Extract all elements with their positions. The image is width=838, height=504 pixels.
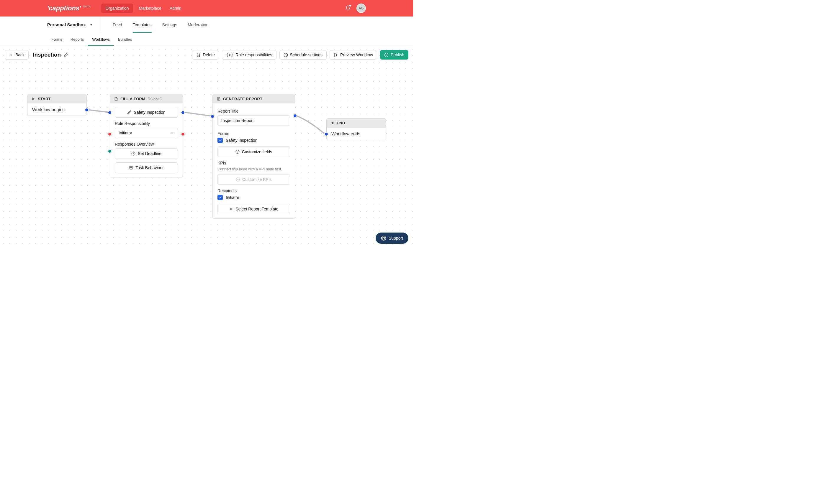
recipients-label: Recipients	[218, 188, 290, 193]
subtab-reports[interactable]: Reports	[66, 33, 88, 46]
role-responsibility-label: Role Responsibility	[115, 121, 178, 126]
edit-icon[interactable]	[64, 52, 68, 57]
gear-icon	[129, 166, 133, 170]
tab-moderation[interactable]: Moderation	[182, 17, 213, 33]
support-button[interactable]: Support	[376, 233, 408, 244]
delete-button[interactable]: Delete	[192, 50, 219, 59]
select-form-button[interactable]: Safety Inspection	[115, 107, 178, 118]
chevron-down-icon	[89, 23, 93, 27]
workflow-canvas[interactable]: Back Inspection Delete {x} Role responsi…	[0, 46, 413, 249]
recipient-item-label: Initiator	[226, 195, 239, 200]
port-end-in[interactable]	[324, 132, 328, 136]
back-label: Back	[15, 52, 24, 57]
report-title-input[interactable]	[218, 115, 290, 126]
role-responsibility-select[interactable]: Initiator	[115, 128, 178, 138]
port-form-in[interactable]	[108, 110, 112, 115]
svg-line-15	[384, 237, 385, 237]
svg-point-9	[236, 178, 240, 181]
nav-organization[interactable]: Organization	[101, 3, 133, 13]
svg-line-16	[382, 239, 383, 240]
beta-badge: BETA	[83, 5, 90, 8]
braces-icon: {x}	[226, 52, 234, 57]
node-end[interactable]: END Workflow ends	[326, 118, 386, 140]
select-report-template-button[interactable]: Select Report Template	[218, 204, 290, 214]
trash-icon	[196, 53, 201, 57]
workspace-selector[interactable]: Personal Sandbox	[47, 17, 100, 33]
clock-icon	[131, 151, 135, 156]
app-header: 'capptions' BETA Organization Marketplac…	[0, 0, 413, 17]
publish-label: Publish	[391, 52, 404, 57]
task-behaviour-button[interactable]: Task Behaviour	[115, 162, 178, 173]
svg-point-12	[383, 237, 384, 239]
port-form-overview[interactable]	[108, 149, 112, 153]
tab-templates[interactable]: Templates	[127, 17, 157, 33]
node-end-body: Workflow ends	[331, 131, 381, 136]
port-form-role-right[interactable]	[181, 132, 185, 136]
nav-admin[interactable]: Admin	[166, 3, 186, 13]
customize-fields-button[interactable]: Customize fields	[218, 146, 290, 157]
preview-workflow-button[interactable]: Preview Workflow	[330, 50, 377, 59]
clock-icon	[284, 53, 288, 57]
file-icon	[114, 97, 118, 101]
tab-settings[interactable]: Settings	[157, 17, 183, 33]
tab-feed[interactable]: Feed	[107, 17, 127, 33]
schedule-label: Schedule settings	[290, 52, 323, 57]
port-report-out[interactable]	[293, 114, 297, 118]
support-label: Support	[389, 236, 403, 240]
svg-marker-3	[32, 97, 35, 101]
node-start-body: Workflow begins	[32, 107, 82, 112]
delete-label: Delete	[203, 52, 215, 57]
select-form-label: Safety Inspection	[134, 110, 165, 115]
check-circle-icon	[384, 53, 389, 57]
nav-marketplace[interactable]: Marketplace	[135, 3, 166, 13]
forms-label: Forms	[218, 131, 290, 136]
role-responsibilities-button[interactable]: {x} Role responsibilities	[222, 50, 276, 59]
role-resp-label: Role responsibilities	[236, 52, 272, 57]
workspace-name: Personal Sandbox	[47, 22, 86, 27]
check-circle-icon	[236, 177, 240, 182]
set-deadline-button[interactable]: Set Deadline	[115, 148, 178, 159]
svg-rect-10	[332, 122, 334, 124]
workflow-toolbar: Back Inspection Delete {x} Role responsi…	[0, 46, 413, 64]
port-form-role-left[interactable]	[108, 132, 112, 136]
edge-layer	[0, 46, 413, 249]
form-item-label: Safety Inspection	[226, 138, 257, 143]
port-form-out[interactable]	[181, 110, 185, 115]
schedule-settings-button[interactable]: Schedule settings	[279, 50, 327, 59]
play-solid-icon	[32, 97, 35, 101]
stop-icon	[331, 122, 334, 125]
kpis-label: KPIs	[218, 161, 290, 165]
file-report-icon	[217, 97, 221, 101]
recipient-item-row[interactable]: Initiator	[218, 195, 290, 200]
kpis-hint: Connect this node with a KPI node first.	[218, 167, 290, 171]
svg-point-8	[236, 150, 239, 154]
svg-line-14	[384, 239, 385, 240]
user-avatar[interactable]: AG	[356, 3, 366, 13]
svg-point-2	[384, 53, 388, 57]
app-logo: 'capptions'	[47, 4, 81, 12]
port-start-out[interactable]	[85, 108, 89, 112]
form-item-row[interactable]: Safety Inspection	[218, 138, 290, 143]
node-start[interactable]: START Workflow begins	[27, 94, 87, 116]
bell-icon[interactable]	[345, 5, 350, 12]
subtab-workflows[interactable]: Workflows	[88, 33, 114, 46]
check-circle-icon	[236, 150, 240, 154]
back-button[interactable]: Back	[5, 50, 29, 59]
chevron-down-icon	[170, 131, 174, 135]
subtab-forms[interactable]: Forms	[47, 33, 66, 46]
node-end-title: END	[337, 121, 345, 125]
lifebuoy-icon	[381, 235, 386, 241]
node-form-title: FILL A FORM	[120, 97, 145, 101]
edit-icon	[127, 110, 131, 114]
svg-point-5	[131, 167, 132, 168]
set-deadline-label: Set Deadline	[138, 151, 161, 156]
port-report-in[interactable]	[210, 114, 215, 119]
subtab-bundles[interactable]: Bundles	[114, 33, 136, 46]
workflow-title-text: Inspection	[33, 52, 61, 58]
node-fill-form[interactable]: FILL A FORM DC22AC Safety Inspection Rol…	[110, 94, 183, 177]
node-generate-report[interactable]: GENERATE REPORT Report Title Forms Safet…	[212, 94, 295, 219]
publish-button[interactable]: Publish	[380, 50, 408, 59]
customize-kpis-label: Customize KPIs	[242, 177, 272, 182]
customize-kpis-button: Customize KPIs	[218, 174, 290, 185]
svg-line-13	[382, 237, 383, 237]
